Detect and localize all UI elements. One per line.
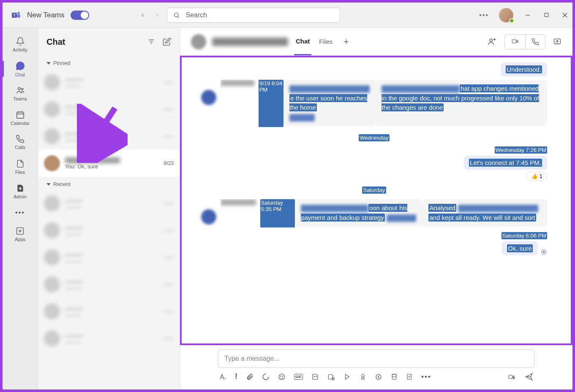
- add-people-button[interactable]: [488, 37, 497, 46]
- svg-line-5: [178, 16, 179, 18]
- more-icon: •••: [15, 209, 25, 216]
- chat-item[interactable]: ————————: [38, 217, 180, 244]
- message-input[interactable]: Type a message...: [218, 349, 534, 368]
- sender-name: [221, 199, 256, 205]
- rail-apps[interactable]: Apps: [3, 222, 38, 246]
- rail-label: Chat: [15, 72, 25, 77]
- rail-label: Admin: [14, 194, 27, 199]
- message-incoming-group[interactable]: Saturday 5:35 PM oon about his payment a…: [201, 199, 547, 229]
- audio-call-button[interactable]: [525, 35, 545, 49]
- priority-button[interactable]: !: [235, 372, 237, 381]
- rail-activity[interactable]: Activity: [3, 32, 38, 57]
- contact-name: [212, 38, 288, 46]
- minimize-button[interactable]: [523, 11, 532, 19]
- new-teams-toggle[interactable]: [71, 11, 89, 20]
- chat-item[interactable]: ————————: [38, 298, 180, 325]
- message-text: Analysed: [428, 204, 456, 212]
- message-incoming-group[interactable]: 9/19 8:04 PM e the user soon he reaches …: [201, 80, 547, 129]
- loop-button[interactable]: [262, 373, 270, 381]
- recent-label: Recent: [53, 181, 71, 187]
- search-input[interactable]: Search: [167, 8, 340, 23]
- message-outgoing[interactable]: Ok, sure: [201, 241, 547, 255]
- chat-item-selected[interactable]: You: Ok, sure 9/23: [38, 150, 180, 177]
- approvals-button[interactable]: [360, 373, 366, 381]
- format-button[interactable]: [219, 373, 226, 381]
- back-button[interactable]: [140, 12, 146, 18]
- svg-marker-23: [46, 62, 51, 65]
- compose-placeholder: Type a message...: [224, 355, 280, 362]
- svg-marker-30: [516, 40, 518, 42]
- chat-item[interactable]: ————————: [38, 96, 180, 123]
- chatlist-title: Chat: [46, 37, 140, 47]
- viva-button[interactable]: [391, 373, 398, 381]
- rail-more[interactable]: •••: [3, 203, 38, 222]
- chat-item[interactable]: ————————: [38, 190, 180, 217]
- rail-teams[interactable]: Teams: [3, 81, 38, 105]
- share-screen-button[interactable]: [553, 38, 561, 46]
- svg-rect-49: [509, 375, 512, 378]
- thumbs-up-icon: 👍: [531, 173, 538, 179]
- rail-calls[interactable]: Calls: [3, 130, 38, 154]
- tab-chat[interactable]: Chat: [294, 28, 311, 55]
- polls-button[interactable]: [406, 373, 413, 381]
- sender-name: [221, 80, 254, 86]
- add-tab-button[interactable]: +: [343, 36, 349, 47]
- day-separator: Wednesday: [201, 135, 547, 141]
- video-call-button[interactable]: [505, 35, 525, 49]
- chat-item[interactable]: ————————: [38, 271, 180, 298]
- rail-chat[interactable]: Chat: [3, 57, 38, 81]
- filter-button[interactable]: [147, 38, 155, 46]
- pinned-section[interactable]: Pinned: [38, 56, 180, 69]
- stream-button[interactable]: [343, 373, 351, 381]
- rail-label: Calls: [15, 145, 25, 150]
- attach-button[interactable]: [246, 373, 253, 381]
- forward-button[interactable]: [154, 12, 160, 18]
- message-timestamp: Saturday 6:06 PM: [201, 232, 547, 239]
- rail-label: Calendar: [11, 121, 30, 126]
- send-button[interactable]: [524, 373, 534, 381]
- emoji-button[interactable]: [278, 373, 286, 381]
- new-chat-button[interactable]: [163, 38, 171, 46]
- rail-label: Apps: [15, 237, 25, 242]
- svg-point-11: [21, 88, 23, 90]
- schedule-button[interactable]: [327, 373, 335, 381]
- gif-button[interactable]: GIF: [294, 374, 303, 380]
- svg-point-35: [279, 374, 285, 380]
- more-actions-button[interactable]: •••: [421, 373, 431, 381]
- chat-item[interactable]: ————————: [38, 325, 180, 352]
- message-list[interactable]: Understood. 9/19 8:04 PM e the user soon…: [180, 56, 572, 345]
- message-timestamp: Wednesday 7:26 PM: [201, 147, 547, 153]
- svg-rect-7: [545, 13, 548, 16]
- calendar-icon: [16, 110, 25, 119]
- profile-avatar[interactable]: [499, 8, 513, 22]
- file-icon: [16, 159, 25, 168]
- chat-item[interactable]: ————————: [38, 69, 180, 96]
- phone-icon: [16, 135, 25, 143]
- app-rail: Activity Chat Teams Calendar Calls Files: [3, 28, 38, 389]
- more-options-button[interactable]: •••: [479, 11, 489, 19]
- chat-item[interactable]: ————————: [38, 123, 180, 150]
- reaction-badge[interactable]: 👍1: [526, 171, 547, 181]
- teams-icon: [16, 86, 25, 95]
- rail-admin[interactable]: Admin: [3, 179, 38, 203]
- rail-calendar[interactable]: Calendar: [3, 105, 38, 130]
- message-outgoing[interactable]: Let's connect at 7:45 PM. 👍1: [201, 156, 547, 181]
- updates-button[interactable]: [375, 373, 382, 381]
- titlebar: T New Teams Search •••: [3, 3, 572, 28]
- maximize-button[interactable]: [542, 11, 550, 19]
- rail-files[interactable]: Files: [3, 154, 38, 179]
- preview-text: Ok, sure: [77, 163, 98, 170]
- recent-section[interactable]: Recent: [38, 177, 180, 190]
- sticker-button[interactable]: [311, 373, 319, 381]
- sender-avatar: [201, 90, 216, 105]
- apps-icon: [16, 227, 25, 235]
- preview-prefix: You:: [65, 163, 77, 170]
- message-outgoing[interactable]: Understood.: [201, 62, 547, 76]
- tab-files[interactable]: Files: [317, 29, 334, 54]
- svg-point-25: [490, 39, 492, 41]
- svg-rect-3: [17, 14, 20, 18]
- close-button[interactable]: [561, 11, 569, 19]
- pinned-label: Pinned: [53, 60, 70, 66]
- video-clip-button[interactable]: [507, 373, 516, 380]
- chat-item[interactable]: ————————: [38, 244, 180, 271]
